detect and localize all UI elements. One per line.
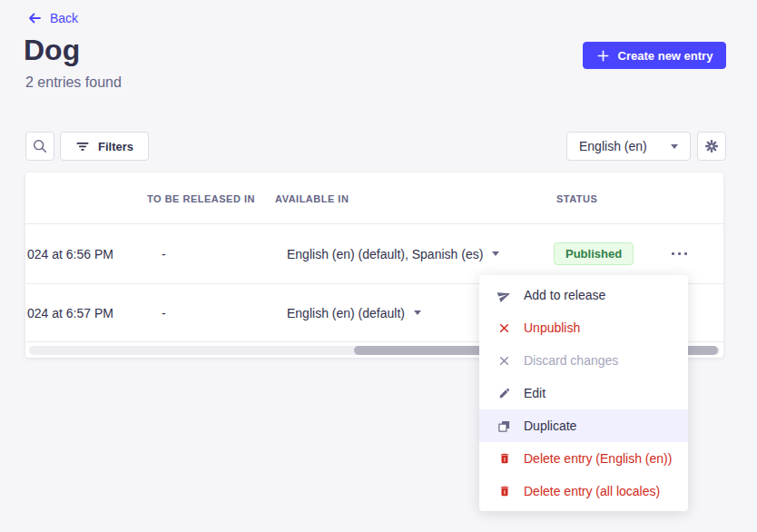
column-header-to-be-released-in: TO BE RELEASED IN bbox=[147, 172, 255, 224]
back-link[interactable]: Back bbox=[27, 11, 78, 25]
menu-item-label: Delete entry (all locales) bbox=[524, 484, 660, 498]
content-manager-screen: Back Dog 2 entries found Create new entr… bbox=[0, 0, 757, 532]
filters-button[interactable]: Filters bbox=[60, 132, 149, 161]
menu-item-label: Unpublish bbox=[524, 320, 580, 335]
menu-item-unpublish[interactable]: Unpublish bbox=[479, 311, 688, 344]
menu-item-delete-entry-all-locales[interactable]: Delete entry (all locales) bbox=[479, 475, 688, 507]
cell-available-in: English (en) (default), Spanish (es) bbox=[287, 224, 499, 283]
plus-icon bbox=[596, 49, 610, 63]
cell-to-be-released-in: - bbox=[162, 224, 166, 283]
menu-item-label: Add to release bbox=[524, 288, 605, 302]
search-button[interactable] bbox=[25, 132, 54, 161]
duplicate-icon bbox=[497, 419, 511, 433]
entries-count: 2 entries found bbox=[25, 74, 122, 91]
available-in-value: English (en) (default) bbox=[287, 306, 405, 320]
page-title: Dog bbox=[24, 34, 80, 65]
cell-to-be-released-in: - bbox=[162, 284, 166, 341]
menu-item-label: Discard changes bbox=[524, 353, 618, 368]
menu-item-edit[interactable]: Edit bbox=[479, 377, 688, 409]
cell-date: 024 at 6:56 PM bbox=[27, 224, 113, 283]
gear-icon bbox=[704, 139, 719, 153]
filters-label: Filters bbox=[98, 140, 133, 153]
menu-item-label: Duplicate bbox=[524, 419, 576, 433]
menu-item-delete-entry-locale[interactable]: Delete entry (English (en)) bbox=[479, 442, 688, 475]
menu-item-duplicate[interactable]: Duplicate bbox=[479, 409, 688, 442]
available-in-value: English (en) (default), Spanish (es) bbox=[287, 247, 483, 261]
menu-item-add-to-release[interactable]: Add to release bbox=[479, 279, 688, 311]
send-icon bbox=[497, 289, 511, 302]
menu-item-discard-changes: Discard changes bbox=[479, 344, 688, 377]
menu-item-label: Delete entry (English (en)) bbox=[524, 451, 672, 466]
trash-icon bbox=[497, 452, 511, 466]
table-header-row: TO BE RELEASED IN AVAILABLE IN STATUS bbox=[25, 172, 723, 224]
back-label: Back bbox=[50, 11, 78, 25]
menu-item-label: Edit bbox=[524, 386, 546, 400]
create-new-entry-button[interactable]: Create new entry bbox=[583, 42, 726, 69]
more-horizontal-icon[interactable] bbox=[666, 247, 693, 261]
caret-down-icon[interactable] bbox=[492, 251, 499, 256]
cell-available-in: English (en) (default) bbox=[287, 284, 421, 341]
cell-date: 024 at 6:57 PM bbox=[27, 284, 113, 341]
caret-down-icon[interactable] bbox=[414, 310, 421, 315]
cross-icon bbox=[497, 321, 511, 335]
caret-down-icon bbox=[671, 144, 678, 149]
filter-icon bbox=[75, 139, 90, 153]
pencil-icon bbox=[497, 387, 511, 400]
trash-icon bbox=[497, 485, 511, 498]
settings-button[interactable] bbox=[697, 132, 726, 161]
column-header-status: STATUS bbox=[556, 172, 597, 224]
arrow-left-icon bbox=[27, 11, 42, 25]
create-new-entry-label: Create new entry bbox=[618, 49, 713, 63]
status-badge: Published bbox=[554, 242, 634, 265]
column-header-available-in: AVAILABLE IN bbox=[275, 172, 349, 224]
cross-icon bbox=[497, 354, 511, 368]
search-icon bbox=[32, 138, 48, 154]
locale-select[interactable]: English (en) bbox=[566, 132, 691, 161]
locale-select-value: English (en) bbox=[579, 139, 647, 153]
row-actions-context-menu: Add to release Unpublish Discard changes… bbox=[479, 275, 688, 511]
